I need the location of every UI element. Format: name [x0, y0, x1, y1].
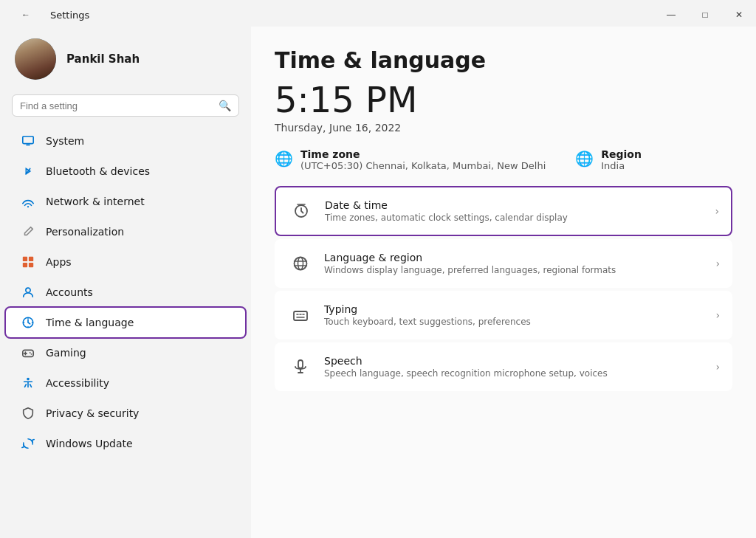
timezone-item: 🌐 Time zone (UTC+05:30) Chennai, Kolkata… — [275, 148, 546, 171]
sidebar-item-system[interactable]: System — [6, 126, 245, 156]
nav-icon-privacy-security — [21, 406, 35, 421]
nav-label-accessibility: Accessibility — [46, 377, 109, 389]
setting-text-language-region: Language & region Windows display langua… — [324, 252, 715, 275]
chevron-right-icon: › — [715, 205, 719, 217]
back-button[interactable]: ← — [9, 1, 43, 28]
setting-item-speech[interactable]: Speech Speech language, speech recogniti… — [275, 342, 732, 391]
timezone-icon: 🌐 — [275, 150, 293, 168]
setting-item-language-region[interactable]: Language & region Windows display langua… — [275, 239, 732, 288]
close-button[interactable]: ✕ — [722, 1, 756, 28]
search-input[interactable] — [20, 100, 213, 111]
nav-label-time-language: Time & language — [46, 317, 134, 328]
nav-label-system: System — [46, 135, 84, 147]
setting-title-speech: Speech — [324, 355, 715, 367]
svg-point-11 — [31, 354, 32, 355]
region-item: 🌐 Region India — [575, 148, 642, 171]
sidebar-item-network[interactable]: Network & internet — [6, 187, 245, 216]
setting-icon-speech — [287, 354, 314, 380]
nav-icon-network — [21, 194, 35, 209]
user-section: Pankil Shah — [0, 27, 251, 92]
nav-icon-personalization — [21, 224, 35, 239]
maximize-button[interactable]: □ — [688, 1, 722, 28]
setting-text-date-time: Date & time Time zones, automatic clock … — [325, 199, 715, 223]
svg-point-15 — [298, 258, 303, 270]
svg-rect-1 — [26, 145, 30, 146]
titlebar-left: ← Settings — [9, 1, 89, 28]
user-name: Pankil Shah — [66, 52, 140, 66]
setting-text-typing: Typing Touch keyboard, text suggestions,… — [324, 303, 715, 327]
sidebar-item-personalization[interactable]: Personalization — [6, 217, 245, 246]
nav-icon-windows-update — [21, 436, 35, 451]
sidebar-item-privacy-security[interactable]: Privacy & security — [6, 399, 245, 428]
nav-icon-accessibility — [21, 376, 35, 390]
avatar — [15, 38, 56, 80]
setting-item-date-time[interactable]: Date & time Time zones, automatic clock … — [275, 186, 732, 236]
svg-point-10 — [30, 352, 31, 354]
setting-icon-typing — [287, 302, 314, 328]
setting-text-speech: Speech Speech language, speech recogniti… — [324, 355, 715, 379]
nav-icon-apps — [21, 255, 35, 269]
svg-rect-5 — [23, 263, 27, 267]
sidebar-item-windows-update[interactable]: Windows Update — [6, 429, 245, 458]
setting-title-language-region: Language & region — [324, 252, 715, 263]
region-label: Region — [601, 148, 642, 160]
svg-rect-17 — [298, 360, 303, 368]
search-box[interactable]: 🔍 — [12, 94, 239, 117]
svg-point-12 — [27, 378, 30, 381]
avatar-image — [15, 38, 56, 80]
nav-list: System Bluetooth & devices Network & int… — [0, 125, 251, 459]
timezone-text: Time zone (UTC+05:30) Chennai, Kolkata, … — [300, 148, 546, 171]
setting-title-typing: Typing — [324, 303, 715, 315]
nav-label-personalization: Personalization — [46, 226, 124, 238]
svg-rect-6 — [29, 263, 33, 267]
nav-icon-bluetooth — [21, 164, 35, 179]
setting-desc-language-region: Windows display language, preferred lang… — [324, 265, 715, 275]
svg-point-14 — [295, 258, 307, 270]
svg-point-2 — [27, 206, 29, 207]
nav-label-bluetooth: Bluetooth & devices — [46, 165, 150, 177]
nav-icon-time-language — [21, 315, 35, 330]
window-controls: — □ ✕ — [654, 1, 756, 28]
chevron-right-icon: › — [715, 309, 720, 321]
sidebar-item-gaming[interactable]: Gaming — [6, 338, 245, 368]
region-value: India — [601, 160, 642, 171]
timezone-label: Time zone — [300, 148, 546, 160]
sidebar-item-accessibility[interactable]: Accessibility — [6, 368, 245, 398]
page-title: Time & language — [275, 47, 732, 73]
nav-label-gaming: Gaming — [46, 347, 86, 359]
nav-label-privacy-security: Privacy & security — [46, 407, 139, 419]
nav-icon-accounts — [21, 285, 35, 300]
setting-item-typing[interactable]: Typing Touch keyboard, text suggestions,… — [275, 291, 732, 339]
app-body: Pankil Shah 🔍 System Bluetooth & devices… — [0, 27, 756, 538]
main-content: Time & language 5:15 PM Thursday, June 1… — [251, 27, 756, 538]
setting-icon-language-region — [287, 250, 314, 277]
setting-desc-typing: Touch keyboard, text suggestions, prefer… — [324, 317, 715, 327]
setting-icon-date-time — [288, 198, 315, 224]
chevron-right-icon: › — [715, 258, 720, 269]
sidebar: Pankil Shah 🔍 System Bluetooth & devices… — [0, 27, 251, 538]
titlebar: ← Settings — □ ✕ — [0, 0, 756, 27]
sidebar-item-time-language[interactable]: Time & language — [6, 308, 245, 337]
minimize-button[interactable]: — — [654, 1, 688, 28]
nav-icon-system — [21, 134, 35, 148]
nav-label-apps: Apps — [46, 256, 72, 268]
nav-label-windows-update: Windows Update — [46, 438, 133, 449]
nav-label-network: Network & internet — [46, 196, 145, 207]
chevron-right-icon: › — [715, 361, 720, 373]
svg-rect-0 — [23, 137, 33, 144]
nav-label-accounts: Accounts — [46, 286, 93, 298]
timezone-value: (UTC+05:30) Chennai, Kolkata, Mumbai, Ne… — [300, 160, 546, 171]
search-icon: 🔍 — [219, 100, 231, 111]
region-icon: 🌐 — [575, 150, 594, 168]
sidebar-item-apps[interactable]: Apps — [6, 247, 245, 277]
sidebar-item-bluetooth[interactable]: Bluetooth & devices — [6, 156, 245, 186]
info-row: 🌐 Time zone (UTC+05:30) Chennai, Kolkata… — [275, 148, 732, 171]
svg-rect-16 — [294, 311, 307, 320]
setting-title-date-time: Date & time — [325, 199, 715, 211]
setting-desc-speech: Speech language, speech recognition micr… — [324, 368, 715, 379]
current-time: 5:15 PM — [275, 79, 732, 120]
current-date: Thursday, June 16, 2022 — [275, 122, 732, 134]
sidebar-item-accounts[interactable]: Accounts — [6, 277, 245, 307]
svg-rect-3 — [23, 257, 27, 261]
setting-desc-date-time: Time zones, automatic clock settings, ca… — [325, 213, 715, 223]
